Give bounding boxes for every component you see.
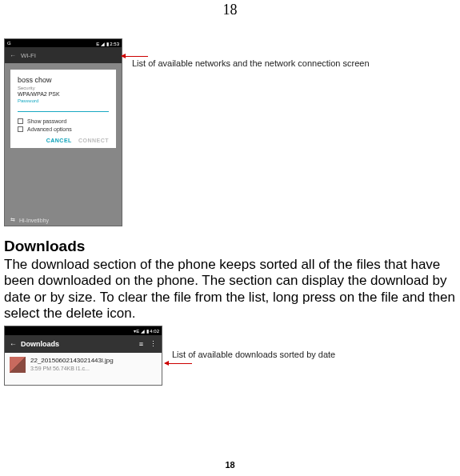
status-bar: G E ◢ ▮ 2:53 [5,39,122,47]
back-icon[interactable]: ← [10,340,17,348]
figure2-caption: List of available downloads sorted by da… [172,350,335,361]
status-bar: ▾E ◢ ▮ 4:02 [5,326,162,335]
security-value: WPA/WPA2 PSK [18,91,109,97]
security-label: Security [18,86,109,90]
wifi-title: Wi-Fi [21,52,36,59]
show-password-label: Show password [27,118,66,124]
cancel-button[interactable]: CANCEL [46,138,72,143]
bottom-network-name: Hi-Invetibhy [19,218,49,223]
more-icon[interactable]: ⋮ [150,340,157,348]
thumbnail-icon [10,357,26,373]
connect-button[interactable]: CONNECT [78,138,109,143]
arrow-icon [165,363,192,364]
password-input[interactable] [18,104,109,112]
page-number-top: 18 [4,0,456,18]
figure-wifi: G E ◢ ▮ 2:53 ← Wi-Fi boss chow Security … [4,38,456,226]
arrow-icon [122,56,148,57]
password-label: Password [18,98,109,103]
download-info: 22_20150602143021443l.jpg 3:59 PM 56.74K… [30,357,114,372]
checkbox-icon[interactable] [18,118,23,124]
download-meta: 3:59 PM 56.74KB I1.c... [30,365,114,372]
wifi-connect-dialog: boss chow Security WPA/WPA2 PSK Password… [10,70,116,148]
checkbox-icon[interactable] [18,126,23,132]
phone-screenshot-downloads: ▾E ◢ ▮ 4:02 ← Downloads ≡ ⋮ 22_201506021… [4,326,162,386]
status-right: E ◢ ▮ 2:53 [96,41,119,46]
advanced-options-row[interactable]: Advanced options [18,126,109,132]
status-left: G [7,41,11,46]
heading-downloads: Downloads [4,238,456,255]
advanced-options-label: Advanced options [27,126,72,132]
dialog-title: boss chow [18,76,109,84]
download-filename: 22_20150602143021443l.jpg [30,357,114,365]
sort-icon[interactable]: ≡ [139,340,143,348]
downloads-title: Downloads [21,340,59,348]
downloads-header: ← Downloads ≡ ⋮ [5,335,162,353]
page-number-bottom: 18 [0,460,460,470]
figure1-caption: List of available networks and the netwo… [132,58,370,226]
wifi-icon: ⇆ [10,217,15,223]
status-right: ▾E ◢ ▮ 4:02 [134,328,159,334]
phone-screenshot-wifi: G E ◢ ▮ 2:53 ← Wi-Fi boss chow Security … [4,38,122,226]
figure-downloads: ▾E ◢ ▮ 4:02 ← Downloads ≡ ⋮ 22_201506021… [4,326,456,386]
wifi-bottom-network[interactable]: ⇆ Hi-Invetibhy [10,217,49,223]
back-icon[interactable]: ← [10,52,16,59]
dialog-actions: CANCEL CONNECT [18,138,109,143]
download-list-item[interactable]: 22_20150602143021443l.jpg 3:59 PM 56.74K… [5,353,162,377]
paragraph-downloads: The download section of the phone keeps … [4,257,456,322]
show-password-row[interactable]: Show password [18,118,109,124]
wifi-header: ← Wi-Fi [5,47,122,63]
